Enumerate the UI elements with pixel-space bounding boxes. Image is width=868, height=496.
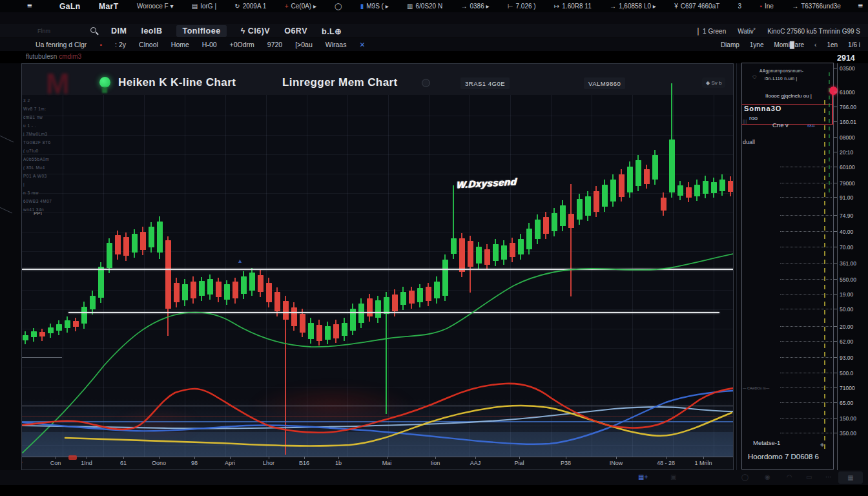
menu-item[interactable]: ▤IorG | (192, 3, 216, 10)
price-scale-label[interactable]: 40.00 (840, 229, 865, 235)
hamburger-menu-icon[interactable]: ≡ (27, 1, 32, 10)
toolbar2-item[interactable]: [>0au (295, 41, 313, 48)
price-scale-axis[interactable] (837, 63, 838, 470)
toolbar-right-item[interactable]: KinoC 27560 ku5 Tmrinin G99 S (767, 28, 860, 35)
toolbar-right-item[interactable]: Wativ˚ (738, 28, 756, 35)
menu-item[interactable]: ▥6/0S20 N (407, 3, 442, 10)
menu-item[interactable]: ⊢7.026 ) (508, 3, 536, 10)
chart-settings-pill[interactable]: ◆ Sv b (702, 78, 725, 88)
price-scale-label[interactable]: 350.00 (840, 430, 865, 437)
price-scale-label[interactable]: 60100 (840, 164, 865, 170)
price-scale-label[interactable]: 61000 (840, 89, 865, 96)
price-scale-label[interactable]: 550.00 (840, 276, 865, 283)
toolbar2-item[interactable]: Wiraas (326, 41, 347, 48)
toolbar2-right-item[interactable]: Momi▉are (774, 41, 804, 48)
x-axis-label[interactable]: INow (610, 460, 623, 466)
x-axis-label[interactable]: Con (50, 460, 61, 466)
x-axis-label[interactable]: 61 (120, 460, 127, 466)
toolbar2-item[interactable]: : 2y (115, 41, 126, 48)
menu-item[interactable]: ¥C697 4660aT (674, 3, 719, 10)
x-axis-label[interactable]: Lhor (263, 460, 274, 466)
filter-placeholder[interactable]: Flnm (37, 28, 50, 34)
price-scale-label[interactable]: 79000 (840, 180, 865, 187)
price-scale-label[interactable]: 19.00 (840, 291, 865, 298)
toolbar2-item[interactable]: Clnool (139, 41, 158, 48)
menu-item[interactable]: Worooce F ▾ (137, 3, 174, 10)
x-axis-label[interactable]: Pial (514, 460, 524, 466)
x-axis-label[interactable]: P0P (21, 460, 23, 466)
toolbar-tab[interactable]: Tonlfloee (176, 25, 226, 37)
menu-item[interactable]: GaLn (59, 2, 81, 11)
menu-item[interactable]: ▪Ine (760, 3, 773, 10)
price-scale-label[interactable]: 50.00 (840, 306, 865, 313)
menu-item[interactable]: +Ce(0A) ▸ (285, 3, 316, 10)
menu-item[interactable]: ↦1.60R8 11 (554, 3, 592, 10)
price-scale-label[interactable]: 500.0 (840, 370, 865, 377)
statusbar-icon[interactable]: ▦+ (638, 473, 648, 480)
diamond-icon[interactable]: ◈ (820, 442, 824, 448)
toolbar-tab[interactable]: DIM (111, 26, 127, 36)
toolbar2-right-item[interactable]: 1/6 i (848, 41, 860, 48)
price-scale-label[interactable]: 70.00 (840, 244, 865, 251)
search-icon[interactable] (90, 27, 96, 33)
x-axis-label[interactable]: B16 (299, 460, 309, 466)
sidebar-row-label[interactable]: IIoooe gjqelnelu ou | (765, 93, 812, 99)
statusbar-icon[interactable]: ▣ (670, 473, 676, 480)
x-axis-label[interactable]: Mai (382, 460, 392, 466)
sidebar-mid-label[interactable]: Cne v (772, 121, 789, 129)
price-scale-label[interactable]: 766.00 (840, 104, 865, 110)
x-axis-label[interactable]: Apri (225, 460, 235, 466)
price-scale-label[interactable]: 361.00 (840, 260, 865, 267)
toolbar2-right-item[interactable]: 1yne (750, 41, 764, 48)
price-scale-label[interactable]: 20:10 (840, 149, 865, 156)
price-scale-label[interactable]: 74.90 (840, 212, 865, 219)
toolbar2-item[interactable]: 9720 (267, 41, 282, 48)
statusbar-icon[interactable]: ◯ (741, 473, 749, 480)
price-scale-label[interactable]: 62.00 (840, 338, 865, 345)
x-axis-label[interactable]: 48 - 28 (657, 460, 675, 466)
menubar-right-icon[interactable]: ≡ (858, 1, 863, 10)
menu-item[interactable]: ↻2009A 1 (234, 3, 266, 10)
toolbar2-item[interactable]: ✕ (359, 41, 365, 48)
menu-item[interactable]: →T63766und3e (792, 3, 841, 10)
target-icon[interactable]: ◌ (752, 72, 757, 80)
x-axis-label[interactable]: 1 Mriln (694, 460, 712, 466)
toolbar2-right-item[interactable]: ‹ (814, 41, 816, 48)
statusbar-icon[interactable]: ◉ (765, 473, 770, 480)
price-scale-label[interactable]: 71000 (840, 385, 865, 391)
x-axis-label[interactable]: 1b (335, 460, 342, 466)
x-axis-label[interactable]: Iion (431, 460, 440, 466)
toolbar2-item[interactable]: H-00 (202, 41, 217, 48)
x-axis-label[interactable]: P38 (561, 460, 571, 466)
toolbar-tab[interactable]: b.L⊕ (322, 26, 342, 36)
statusbar-corner-button[interactable]: ▦ (838, 471, 863, 484)
menu-item[interactable]: →1,60858 L0 ▸ (610, 3, 656, 10)
toolbar-right-item[interactable]: ▏1 Green (698, 28, 726, 35)
price-scale-label[interactable]: 93.00 (840, 355, 865, 361)
sidebar-symbol-label[interactable]: Somna3O (744, 105, 781, 112)
breadcrumb-path[interactable]: flutubulesn (26, 53, 59, 60)
price-scale-label[interactable]: 150.00 (840, 415, 865, 422)
statusbar-icon[interactable]: ◠ (787, 473, 792, 480)
menu-item[interactable]: →0386 ▸ (460, 3, 489, 10)
toolbar2-right-item[interactable]: Diamp (721, 41, 739, 48)
chart-panel[interactable]: M Heiken K K-line Chart Linregger Mem Ch… (21, 63, 734, 470)
price-scale-label[interactable]: 03500 (840, 65, 865, 72)
x-axis-label[interactable]: AAJ (470, 460, 481, 466)
toolbar2-item[interactable]: +0Odrm (230, 41, 254, 48)
statusbar-icon[interactable]: ▭ (806, 473, 812, 480)
menu-item[interactable]: 3 (738, 3, 742, 10)
x-axis-label[interactable]: Oono (152, 460, 166, 466)
x-axis-strip[interactable] (22, 457, 734, 470)
toolbar2-item[interactable]: ▪ (99, 41, 102, 48)
price-scale-label[interactable]: 20.00 (840, 324, 865, 330)
menu-item[interactable]: MarT (99, 2, 119, 11)
menu-item[interactable]: ◯ (335, 3, 342, 10)
price-scale-label[interactable]: 08000 (840, 134, 865, 141)
toolbar2-item[interactable]: Home (171, 41, 189, 48)
toolbar-tab[interactable]: O6RV (284, 26, 307, 36)
x-axis-label[interactable]: 98 (191, 460, 198, 466)
indicator-dot-icon[interactable] (422, 79, 430, 87)
statusbar-icon[interactable]: ⋯ (825, 473, 832, 480)
x-axis-label[interactable]: 1Ind (81, 460, 92, 466)
